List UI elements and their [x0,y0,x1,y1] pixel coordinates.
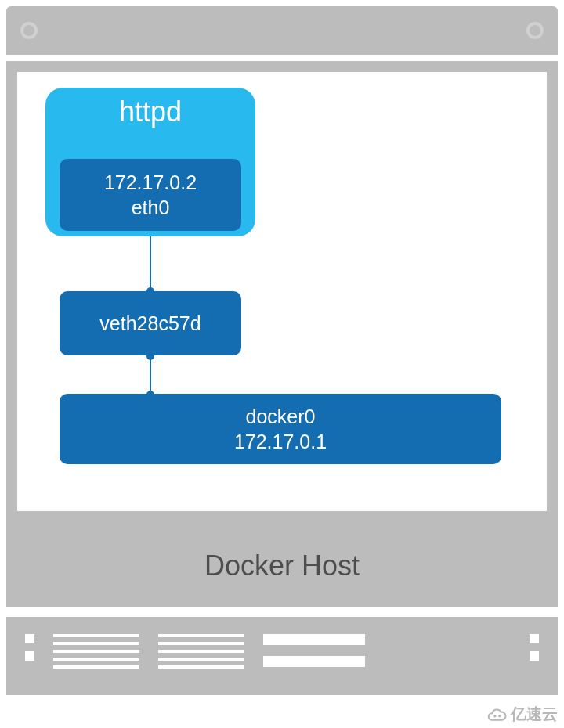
host-panel: httpd 172.17.0.2 eth0 veth28c57d docker0… [6,61,558,607]
skeleton-bar [263,634,365,645]
footer-bar-col [263,634,365,695]
bridge-box: docker0 172.17.0.1 [60,394,501,464]
host-label: Docker Host [6,550,558,582]
skeleton-line [158,642,244,645]
skeleton-line [158,658,244,661]
skeleton-line [53,650,139,653]
window-frame: httpd 172.17.0.2 eth0 veth28c57d docker0… [6,6,558,607]
svg-point-0 [494,715,496,717]
watermark-text: 亿速云 [511,704,558,725]
eth-ip: 172.17.0.2 [60,170,241,196]
veth-box: veth28c57d [60,291,241,355]
window-titlebar [6,6,558,55]
footer-text-col [158,634,244,695]
skeleton-line [53,665,139,669]
bridge-ip: 172.17.0.1 [60,429,501,455]
eth-box: 172.17.0.2 eth0 [60,159,241,231]
veth-name: veth28c57d [99,312,201,335]
bullet-icon [25,634,34,643]
bullet-icon [530,634,539,643]
cloud-icon [481,706,508,723]
window-control-right-icon [526,22,544,39]
bridge-name: docker0 [60,404,501,430]
svg-point-1 [498,715,501,717]
window-control-left-icon [20,22,38,39]
footer-text-col [53,634,139,695]
footer-bullet-col [25,634,34,695]
bullet-icon [530,651,539,661]
skeleton-line [158,634,244,637]
skeleton-line [53,658,139,661]
footer-bullet-col [530,634,539,695]
skeleton-line [158,665,244,669]
skeleton-line [53,642,139,645]
skeleton-line [53,634,139,637]
watermark: 亿速云 [481,704,558,725]
diagram-canvas: httpd 172.17.0.2 eth0 veth28c57d docker0… [17,72,547,511]
eth-iface: eth0 [60,195,241,221]
footer-skeleton [6,617,558,695]
skeleton-bar [263,656,365,667]
skeleton-line [158,650,244,653]
bullet-icon [25,651,34,661]
container-label: httpd [45,96,255,128]
